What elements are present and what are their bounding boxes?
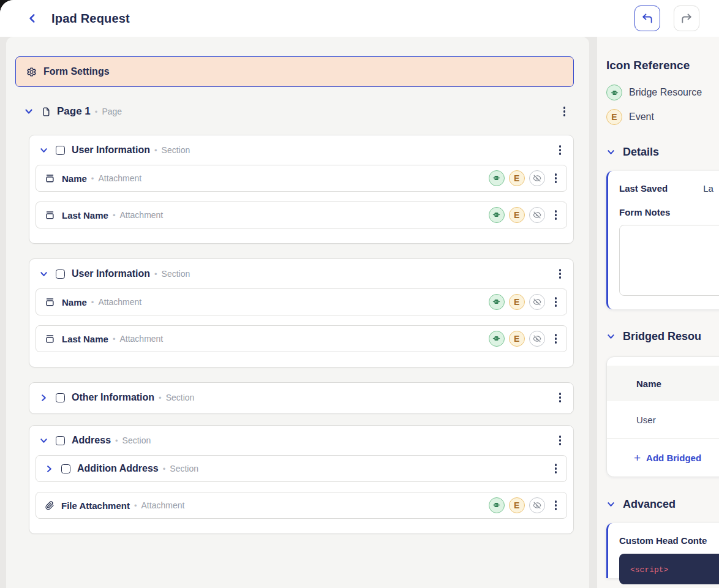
eye-hidden-icon[interactable] [529,331,545,347]
event-icon[interactable]: E [509,331,525,347]
eye-hidden-icon[interactable] [529,207,545,223]
bridge-resource-icon[interactable] [489,331,505,347]
section-title: Other Information [72,392,154,403]
back-button[interactable] [24,10,40,26]
bullet-separator: • [159,393,162,402]
event-icon[interactable]: E [509,294,525,310]
section-card-user-information-2: User Information • Section Name • Attach… [29,258,574,368]
kebab-menu[interactable] [551,206,560,223]
section-title: User Information [72,145,150,156]
field-box-icon [45,297,55,307]
table-header-name: Name [607,366,719,401]
undo-button[interactable] [634,6,660,31]
section-type-label: Section [122,435,151,445]
chevron-down-icon[interactable] [606,332,615,341]
bridge-resource-icon[interactable] [489,294,505,310]
form-structure-panel: Form Settings Page 1 • Page User Informa… [6,37,589,588]
add-bridged-resource-button[interactable]: + Add Bridged [607,439,719,477]
paperclip-icon [45,500,55,510]
subsection-title: Addition Address [77,463,159,474]
section-title: User Information [72,268,150,279]
field-row-name[interactable]: Name • Attachment E [36,288,567,315]
chevron-down-icon[interactable] [39,270,48,279]
field-row-last-name[interactable]: Last Name • Attachment E [36,202,567,228]
field-status-icons: E [489,330,560,347]
field-row-last-name[interactable]: Last Name • Attachment E [36,325,567,352]
custom-head-code-editor[interactable]: <script> [619,554,719,584]
kebab-menu[interactable] [551,497,560,513]
chevron-right-icon[interactable] [39,393,48,402]
bridge-resource-icon[interactable] [489,170,505,186]
bullet-separator: • [115,436,118,445]
section-header[interactable]: User Information • Section [29,135,573,165]
event-icon[interactable]: E [509,497,525,513]
bullet-separator: • [154,270,157,279]
advanced-section-header[interactable]: Advanced [606,498,719,511]
bullet-separator: • [163,464,166,473]
code-snippet: <script> [630,565,668,575]
eye-hidden-icon[interactable] [529,294,545,310]
event-icon: E [606,109,622,125]
kebab-menu[interactable] [551,293,560,310]
kebab-menu[interactable] [555,389,565,405]
kebab-menu[interactable] [551,460,560,477]
bullet-separator: • [113,334,116,344]
field-type-label: Attachment [141,500,185,510]
icon-reference-title: Icon Reference [606,59,719,72]
section-type-label: Section [162,269,190,279]
eye-hidden-icon[interactable] [529,497,545,513]
field-label: Name [62,173,87,184]
form-notes-textarea[interactable] [619,225,719,296]
chevron-down-icon[interactable] [39,146,48,155]
eye-hidden-icon[interactable] [529,170,545,186]
bridge-resource-icon[interactable] [489,497,505,513]
bridged-resources-table: Name User + Add Bridged [606,356,719,477]
event-icon[interactable]: E [509,207,525,223]
kebab-menu[interactable] [560,103,569,119]
chevron-down-icon[interactable] [606,148,615,157]
section-header[interactable]: Other Information • Section [29,383,573,412]
gear-icon [26,67,37,77]
chevron-down-icon[interactable] [39,436,48,445]
kebab-menu[interactable] [551,170,560,186]
page-icon [41,107,51,117]
add-bridged-label: Add Bridged [646,453,701,463]
field-row-file-attachment[interactable]: File Attachment • Attachment E [36,492,567,519]
section-header[interactable]: User Information • Section [29,259,573,288]
field-type-label: Attachment [119,210,163,220]
last-saved-row: Last Saved La [619,183,719,194]
field-row-name[interactable]: Name • Attachment E [36,165,567,192]
bridged-resources-title: Bridged Resou [623,330,701,343]
details-card: Last Saved La Form Notes [606,171,719,309]
truncated-column-label: La [703,183,713,194]
redo-icon [680,12,693,24]
section-icon [61,464,70,473]
field-status-icons: E [489,293,560,310]
redo-button[interactable] [674,6,699,31]
field-type-label: Attachment [119,334,163,344]
kebab-menu[interactable] [555,265,565,282]
page-node[interactable]: Page 1 • Page [15,98,574,125]
section-header[interactable]: Address • Section [29,426,573,455]
bridged-resources-section-header[interactable]: Bridged Resou [606,330,719,343]
subsection-card-addition-address[interactable]: Addition Address • Section [36,455,567,482]
table-row-user[interactable]: User [607,401,719,439]
form-settings-banner[interactable]: Form Settings [15,56,574,87]
chevron-right-icon[interactable] [45,464,54,473]
kebab-menu[interactable] [555,141,565,158]
plus-icon: + [634,452,641,464]
kebab-menu[interactable] [555,432,565,448]
bullet-separator: • [91,298,94,307]
legend-row-event: E Event [606,109,719,125]
bullet-separator: • [134,501,137,510]
chevron-down-icon[interactable] [606,500,615,509]
kebab-menu[interactable] [551,330,560,347]
chevron-down-icon[interactable] [24,107,34,116]
details-section-header[interactable]: Details [606,146,719,159]
event-icon[interactable]: E [509,170,525,186]
form-notes-label: Form Notes [619,207,719,217]
field-label: Last Name [62,334,108,344]
form-settings-label: Form Settings [43,66,110,77]
custom-head-content-label: Custom Head Conte [619,535,719,546]
bridge-resource-icon[interactable] [489,207,505,223]
